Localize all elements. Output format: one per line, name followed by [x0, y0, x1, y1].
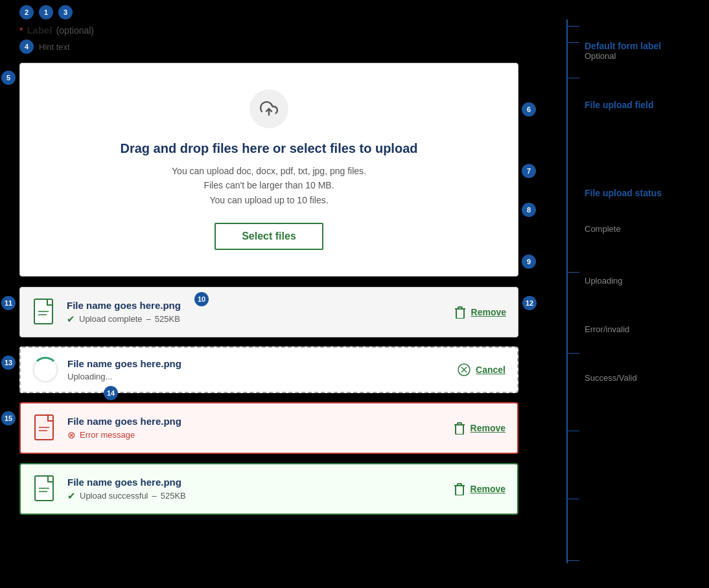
annotation-success: Success/Valid [579, 373, 696, 383]
annotation-title-status: File upload status [585, 188, 696, 198]
cancel-button[interactable]: Cancel [476, 365, 506, 375]
hline-uploading [566, 431, 579, 431]
annotation-upload-field: File upload field [579, 100, 696, 110]
annotation-complete: Complete [579, 224, 696, 234]
file-info-complete: File name goes here.png ✔ Upload complet… [67, 300, 454, 325]
upload-spinner [32, 357, 58, 383]
annotation-complete-label: Complete [585, 224, 696, 234]
hline-upload-bot [566, 272, 579, 273]
annotation-title-form-label: Default form label [585, 41, 696, 51]
annotation-uploading: Uploading [579, 276, 696, 286]
right-annotation-panel: Default form label Optional File upload … [566, 0, 709, 388]
file-actions-complete: Remove [454, 306, 506, 319]
badge-12: 12 [522, 296, 537, 310]
annotation-title-upload: File upload field [585, 100, 696, 110]
badge-7: 7 [522, 164, 536, 178]
badge-9: 9 [522, 254, 536, 269]
file-name-complete: File name goes here.png [67, 300, 454, 311]
file-item-error: File name goes here.png ⊗ Error message … [19, 402, 518, 454]
hline-form-label-bot [566, 42, 579, 43]
required-star: * [19, 25, 23, 36]
annotation-error-label: Error/invalid [585, 324, 696, 334]
upload-complete-text: Upload complete [79, 314, 143, 324]
separator-success: – [152, 491, 157, 501]
left-panel: 2 1 3 * Label (optional) 4 Hint text 5 6… [19, 0, 518, 524]
upload-icon-container [250, 89, 288, 128]
badge-15: 15 [1, 411, 16, 425]
annotation-sub-form-label: Optional [585, 51, 696, 61]
file-status-uploading: Uploading... [67, 372, 458, 381]
annotation-form-label: Default form label Optional [579, 5, 696, 61]
file-size-success: 525KB [161, 491, 186, 501]
badge-14: 14 [104, 386, 118, 400]
dropzone-hint: You can upload doc, docx, pdf, txt, jpg,… [172, 164, 366, 207]
file-info-uploading: File name goes here.png Uploading... [67, 358, 458, 381]
hline-form-label-top [566, 26, 579, 27]
select-files-button[interactable]: Select files [215, 223, 323, 250]
file-status-complete: ✔ Upload complete – 525KB [67, 313, 454, 325]
document-icon-error [34, 414, 56, 442]
trash-icon-error [454, 422, 465, 435]
badge-3: 3 [58, 5, 73, 19]
file-icon-success [32, 473, 58, 504]
badge-6: 6 [522, 102, 536, 117]
remove-button-error[interactable]: Remove [471, 423, 506, 433]
optional-text: (optional) [56, 25, 94, 36]
field-label: Label [27, 25, 52, 36]
remove-button-success[interactable]: Remove [471, 484, 506, 494]
error-icon: ⊗ [67, 429, 76, 441]
uploading-text: Uploading... [67, 372, 112, 381]
file-icon-error [32, 413, 58, 444]
check-icon-success: ✔ [67, 490, 76, 502]
hline-upload-top [566, 78, 579, 78]
hline-complete [566, 353, 579, 354]
check-icon: ✔ [67, 313, 75, 325]
file-dropzone[interactable]: 6 7 8 9 Drag and drop files here or sele… [19, 63, 518, 277]
badge-4: 4 [19, 40, 34, 54]
upload-icon [260, 100, 278, 118]
file-info-error: File name goes here.png ⊗ Error message [67, 416, 454, 441]
error-text: Error message [80, 430, 135, 440]
trash-icon-success [454, 482, 465, 495]
hint-text: Hint text [39, 42, 70, 52]
file-actions-uploading: Cancel [458, 363, 506, 376]
page-container: 2 1 3 * Label (optional) 4 Hint text 5 6… [0, 0, 709, 588]
annotation-upload-status: File upload status [579, 188, 696, 198]
badge-10: 10 [194, 292, 209, 306]
file-item-success: File name goes here.png ✔ Upload success… [19, 463, 518, 515]
dropzone-title: Drag and drop files here or select files… [121, 141, 418, 156]
file-name-uploading: File name goes here.png [67, 358, 458, 369]
separator-complete: – [146, 314, 151, 324]
annotation-vline [566, 19, 568, 563]
trash-icon-complete [454, 306, 466, 319]
file-name-success: File name goes here.png [67, 477, 454, 488]
file-item-complete: File name goes here.png ✔ Upload complet… [19, 287, 518, 337]
file-info-success: File name goes here.png ✔ Upload success… [67, 477, 454, 502]
hline-error [566, 499, 579, 499]
annotation-success-label: Success/Valid [585, 373, 696, 383]
upload-success-text: Upload successful [80, 491, 148, 501]
badge-13: 13 [1, 356, 16, 370]
annotation-uploading-label: Uploading [585, 276, 696, 286]
annotation-error: Error/invalid [579, 324, 696, 334]
file-size-complete: 525KB [155, 314, 180, 324]
file-item-uploading: File name goes here.png Uploading... Can… [19, 346, 518, 393]
file-status-success: ✔ Upload successful – 525KB [67, 490, 454, 502]
remove-button-complete[interactable]: Remove [471, 307, 506, 317]
badge-5: 5 [1, 71, 16, 85]
file-status-error: ⊗ Error message [67, 429, 454, 441]
file-actions-error: Remove [454, 422, 506, 435]
file-icon-complete [32, 297, 58, 328]
badge-2: 2 [19, 5, 34, 19]
document-icon [34, 299, 56, 326]
document-icon-success [34, 475, 56, 503]
file-actions-success: Remove [454, 482, 506, 495]
badge-1: 1 [39, 5, 53, 19]
badge-11: 11 [1, 296, 16, 310]
cancel-icon [458, 363, 471, 376]
hline-success [566, 560, 579, 561]
badge-8: 8 [522, 203, 536, 217]
file-name-error: File name goes here.png [67, 416, 454, 427]
